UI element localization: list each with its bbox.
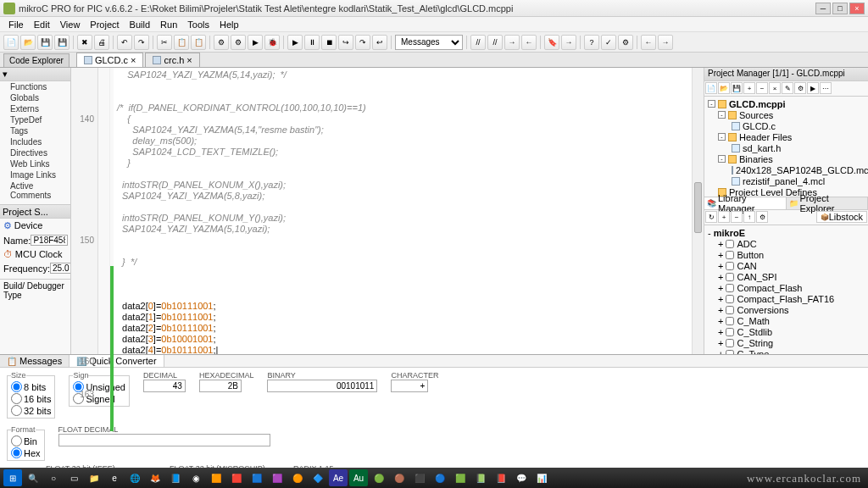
- expand-icon[interactable]: -: [718, 133, 726, 141]
- pm-remove-icon[interactable]: −: [756, 82, 768, 94]
- char-input[interactable]: [391, 380, 428, 392]
- scrollbar-thumb[interactable]: [694, 182, 702, 233]
- pm-save-icon[interactable]: 💾: [731, 82, 743, 94]
- minimize-button[interactable]: ─: [815, 3, 831, 14]
- back-icon[interactable]: ←: [641, 35, 656, 50]
- project-settings-header[interactable]: Project S...: [0, 205, 70, 219]
- stepout-icon[interactable]: ↩: [372, 35, 387, 50]
- firefox-icon[interactable]: 🦊: [146, 469, 164, 486]
- outdent-icon[interactable]: ←: [521, 35, 537, 50]
- file-tab-glcd[interactable]: GLCD.c×: [76, 53, 144, 67]
- device-name-input[interactable]: [31, 235, 68, 246]
- libstock-button[interactable]: 📦 Libstock: [816, 211, 867, 223]
- expand-icon[interactable]: -: [718, 111, 726, 119]
- search-icon[interactable]: 🔍: [24, 469, 42, 486]
- print-icon[interactable]: 🖨: [94, 35, 109, 50]
- lib-refresh-icon[interactable]: ↻: [705, 211, 717, 223]
- stop-icon[interactable]: ⏹: [321, 35, 337, 50]
- app-icon[interactable]: 📗: [471, 469, 490, 486]
- app-icon[interactable]: 🟩: [451, 469, 470, 486]
- ce-tags[interactable]: Tags: [0, 125, 70, 136]
- pm-opt-icon[interactable]: ⚙: [794, 82, 806, 94]
- undo-icon[interactable]: ↶: [117, 35, 132, 50]
- radio-32bits[interactable]: [11, 405, 22, 416]
- ce-directives[interactable]: Directives: [0, 147, 70, 158]
- indent-icon[interactable]: →: [504, 35, 520, 50]
- lib-up-icon[interactable]: ↑: [743, 211, 755, 223]
- menu-project[interactable]: Project: [85, 19, 124, 30]
- library-list[interactable]: -mikroE +ADC+Button+CAN+CAN_SPI+Compact_…: [704, 225, 868, 354]
- app-icon[interactable]: 📘: [166, 469, 185, 486]
- bookmark-icon[interactable]: 🔖: [544, 35, 559, 50]
- help-icon[interactable]: ?: [584, 35, 599, 50]
- tab-close-icon[interactable]: ×: [186, 55, 192, 65]
- app-icon[interactable]: ⬛: [410, 469, 429, 486]
- pm-build-icon[interactable]: ▶: [807, 82, 819, 94]
- tab-project-explorer[interactable]: 📁 Project Explorer: [787, 197, 869, 209]
- open-icon[interactable]: 📂: [20, 35, 36, 50]
- code-editor[interactable]: 140150160163170 SAP1024_YAZI_YAZMA(5,14,…: [71, 68, 704, 354]
- radio-16bits[interactable]: [11, 393, 22, 404]
- project-tree[interactable]: -GLCD.mcppi -Sources GLCD.c -Header File…: [704, 97, 868, 197]
- app-icon[interactable]: 🟧: [207, 469, 225, 486]
- ce-globals[interactable]: Globals: [0, 92, 70, 103]
- radio-hex[interactable]: [11, 447, 22, 458]
- ce-weblinks[interactable]: Web Links: [0, 158, 70, 169]
- tab-close-icon[interactable]: ×: [131, 55, 136, 65]
- app-icon[interactable]: 🟤: [390, 469, 409, 486]
- skype-icon[interactable]: 💬: [512, 469, 531, 486]
- pause-icon[interactable]: ⏸: [304, 35, 320, 50]
- debug-icon[interactable]: 🐞: [264, 35, 280, 50]
- copy-icon[interactable]: 📋: [174, 35, 189, 50]
- pm-new-icon[interactable]: 📄: [705, 82, 717, 94]
- ce-functions[interactable]: Functions: [0, 81, 70, 92]
- step-icon[interactable]: ↪: [338, 35, 353, 50]
- run-icon[interactable]: ▶: [287, 35, 303, 50]
- layout-select[interactable]: Messages: [395, 35, 463, 50]
- radio-8bits[interactable]: [11, 381, 22, 392]
- edge-icon[interactable]: e: [105, 469, 124, 486]
- rebuild-icon[interactable]: ⚙: [231, 35, 246, 50]
- menu-build[interactable]: Build: [125, 19, 155, 30]
- tab-library-manager[interactable]: 📚 Library Manager: [704, 197, 787, 209]
- pm-more-icon[interactable]: ⋯: [820, 82, 832, 94]
- decimal-input[interactable]: [143, 380, 186, 392]
- comment-icon[interactable]: //: [470, 35, 486, 50]
- program-icon[interactable]: ▶: [248, 35, 263, 50]
- lib-opt-icon[interactable]: ⚙: [756, 211, 768, 223]
- stepover-icon[interactable]: ↷: [355, 35, 370, 50]
- pm-open-icon[interactable]: 📂: [718, 82, 730, 94]
- close-button[interactable]: ×: [849, 3, 865, 14]
- app-icon[interactable]: 🟢: [370, 469, 388, 486]
- options-icon[interactable]: ⚙: [618, 35, 633, 50]
- code-area[interactable]: SAP1024_YAZI_YAZMA(5,14,yazi); *//* if(D…: [114, 68, 704, 354]
- uncomment-icon[interactable]: //: [487, 35, 503, 50]
- build-icon[interactable]: ⚙: [214, 35, 229, 50]
- app-icon[interactable]: 🟥: [227, 469, 246, 486]
- ce-imagelinks[interactable]: Image Links: [0, 169, 70, 180]
- code-explorer-tab[interactable]: Code Explorer: [3, 53, 70, 67]
- au-icon[interactable]: Au: [349, 469, 368, 486]
- cut-icon[interactable]: ✂: [157, 35, 172, 50]
- hex-input[interactable]: [199, 380, 242, 392]
- windows-taskbar[interactable]: ⊞ 🔍 ○ ▭ 📁 e 🌐 🦊 📘 ◉ 🟧 🟥 🟦 🟪 🟠 🔷 Ae Au 🟢 …: [0, 468, 868, 488]
- paste-icon[interactable]: 📋: [191, 35, 206, 50]
- pm-close-icon[interactable]: ×: [769, 82, 781, 94]
- pm-add-icon[interactable]: +: [743, 82, 755, 94]
- menu-run[interactable]: Run: [155, 19, 182, 30]
- ce-includes[interactable]: Includes: [0, 136, 70, 147]
- app-icon[interactable]: 🔵: [431, 469, 449, 486]
- menu-edit[interactable]: Edit: [29, 19, 55, 30]
- maximize-button[interactable]: □: [832, 3, 848, 14]
- radio-bin[interactable]: [11, 435, 22, 446]
- app-icon[interactable]: 🟦: [248, 469, 266, 486]
- ce-typedef[interactable]: TypeDef: [0, 114, 70, 125]
- lib-remove-icon[interactable]: −: [731, 211, 743, 223]
- ce-externs[interactable]: Externs: [0, 103, 70, 114]
- vertical-scrollbar[interactable]: [692, 68, 704, 354]
- saveall-icon[interactable]: 💾: [54, 35, 70, 50]
- goto-icon[interactable]: →: [561, 35, 576, 50]
- file-tab-crc[interactable]: crc.h×: [145, 53, 199, 67]
- app-icon[interactable]: 📊: [532, 469, 551, 486]
- expand-icon[interactable]: -: [708, 228, 711, 238]
